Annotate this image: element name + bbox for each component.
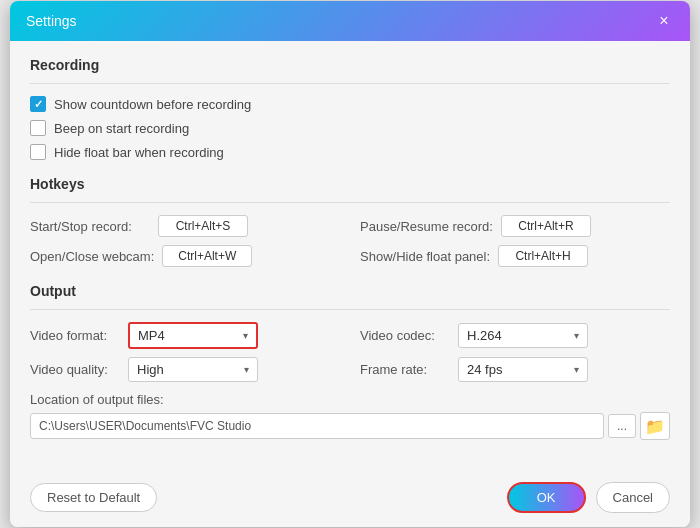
checkbox-row-0: Show countdown before recording: [30, 96, 670, 112]
titlebar: Settings ×: [10, 1, 690, 41]
chevron-down-icon-2: ▾: [574, 330, 579, 341]
frame-rate-dropdown[interactable]: 24 fps ▾: [458, 357, 588, 382]
footer-right: OK Cancel: [507, 482, 670, 513]
location-input[interactable]: [30, 413, 604, 439]
output-row-format: Video format: MP4 ▾: [30, 322, 340, 349]
hotkey-input-pause-resume[interactable]: [501, 215, 591, 237]
dialog-title: Settings: [26, 13, 77, 29]
checkbox-float-bar-label: Hide float bar when recording: [54, 145, 224, 160]
hotkey-input-float-panel[interactable]: [498, 245, 588, 267]
recording-section-title: Recording: [30, 57, 670, 73]
recording-divider: [30, 83, 670, 84]
location-browse-button[interactable]: ...: [608, 414, 636, 438]
settings-dialog: Settings × Recording Show countdown befo…: [10, 1, 690, 527]
hotkeys-divider: [30, 202, 670, 203]
close-button[interactable]: ×: [654, 11, 674, 31]
output-row-codec: Video codec: H.264 ▾: [360, 322, 670, 349]
checkbox-beep[interactable]: [30, 120, 46, 136]
output-label-quality: Video quality:: [30, 362, 120, 377]
hotkey-row-start-stop: Start/Stop record:: [30, 215, 340, 237]
reset-button[interactable]: Reset to Default: [30, 483, 157, 512]
chevron-down-icon-3: ▾: [244, 364, 249, 375]
ok-button[interactable]: OK: [507, 482, 586, 513]
chevron-down-icon-4: ▾: [574, 364, 579, 375]
checkbox-countdown-label: Show countdown before recording: [54, 97, 251, 112]
output-label-format: Video format:: [30, 328, 120, 343]
recording-section: Recording Show countdown before recordin…: [30, 57, 670, 160]
hotkey-input-start-stop[interactable]: [158, 215, 248, 237]
hotkey-label-float-panel: Show/Hide float panel:: [360, 249, 490, 264]
output-divider: [30, 309, 670, 310]
content-area: Recording Show countdown before recordin…: [10, 41, 690, 472]
hotkey-row-webcam: Open/Close webcam:: [30, 245, 340, 267]
output-label-codec: Video codec:: [360, 328, 450, 343]
hotkeys-grid: Start/Stop record: Pause/Resume record: …: [30, 215, 670, 267]
hotkey-row-pause-resume: Pause/Resume record:: [360, 215, 670, 237]
location-label: Location of output files:: [30, 392, 670, 407]
output-row-quality: Video quality: High ▾: [30, 357, 340, 382]
video-codec-dropdown[interactable]: H.264 ▾: [458, 323, 588, 348]
hotkey-label-pause-resume: Pause/Resume record:: [360, 219, 493, 234]
video-quality-value: High: [137, 362, 164, 377]
checkbox-row-1: Beep on start recording: [30, 120, 670, 136]
output-row-framerate: Frame rate: 24 fps ▾: [360, 357, 670, 382]
location-row: ... 📁: [30, 412, 670, 440]
video-codec-value: H.264: [467, 328, 502, 343]
output-grid: Video format: MP4 ▾ Video codec: H.264 ▾…: [30, 322, 670, 382]
video-format-dropdown[interactable]: MP4 ▾: [128, 322, 258, 349]
video-quality-dropdown[interactable]: High ▾: [128, 357, 258, 382]
hotkey-label-webcam: Open/Close webcam:: [30, 249, 154, 264]
folder-open-button[interactable]: 📁: [640, 412, 670, 440]
output-label-framerate: Frame rate:: [360, 362, 450, 377]
output-section-title: Output: [30, 283, 670, 299]
checkbox-float-bar[interactable]: [30, 144, 46, 160]
checkbox-beep-label: Beep on start recording: [54, 121, 189, 136]
checkbox-row-2: Hide float bar when recording: [30, 144, 670, 160]
frame-rate-value: 24 fps: [467, 362, 502, 377]
location-section: Location of output files: ... 📁: [30, 392, 670, 440]
cancel-button[interactable]: Cancel: [596, 482, 670, 513]
hotkeys-section-title: Hotkeys: [30, 176, 670, 192]
hotkey-row-float-panel: Show/Hide float panel:: [360, 245, 670, 267]
video-format-value: MP4: [138, 328, 165, 343]
hotkey-input-webcam[interactable]: [162, 245, 252, 267]
output-section: Output Video format: MP4 ▾ Video codec: …: [30, 283, 670, 440]
hotkey-label-start-stop: Start/Stop record:: [30, 219, 150, 234]
folder-icon: 📁: [645, 417, 665, 436]
footer: Reset to Default OK Cancel: [10, 472, 690, 527]
chevron-down-icon: ▾: [243, 330, 248, 341]
checkbox-countdown[interactable]: [30, 96, 46, 112]
hotkeys-section: Hotkeys Start/Stop record: Pause/Resume …: [30, 176, 670, 267]
